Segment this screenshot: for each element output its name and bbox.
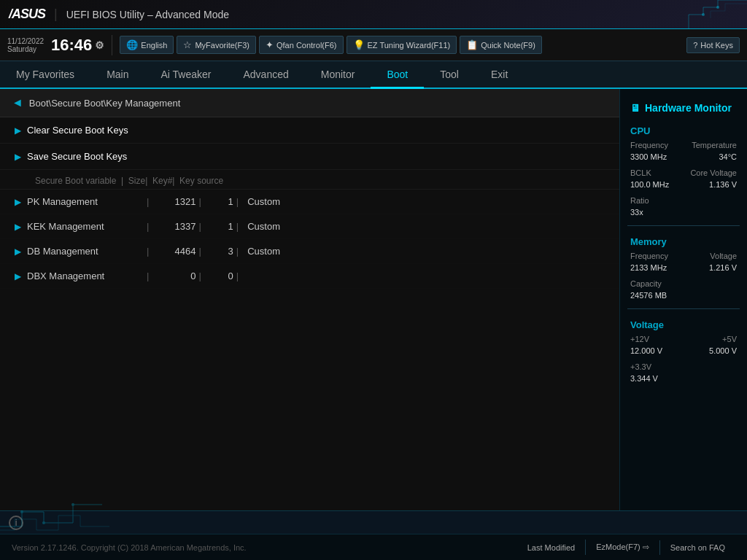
nav-main[interactable]: Main bbox=[90, 61, 144, 89]
db-keynum: 3 bbox=[204, 246, 233, 257]
time-display: 16:46 ⚙ bbox=[51, 37, 104, 53]
separator bbox=[112, 35, 112, 55]
v33-value-row: 3.344 V bbox=[620, 373, 747, 384]
hot-keys-button[interactable]: ? Hot Keys bbox=[686, 37, 740, 53]
capacity-label: Capacity bbox=[630, 279, 662, 288]
settings-icon[interactable]: ⚙ bbox=[95, 40, 104, 50]
nav-boot[interactable]: Boot bbox=[371, 61, 424, 89]
nav-advanced[interactable]: Advanced bbox=[227, 61, 304, 89]
pk-name: PK Management bbox=[27, 196, 144, 207]
pk-source: Custom bbox=[247, 196, 306, 207]
note-icon: 📋 bbox=[466, 39, 478, 50]
wand-icon: 💡 bbox=[353, 39, 365, 50]
voltage-section: Voltage +12V +5V 12.000 V 5.000 V +3.3V … bbox=[620, 315, 747, 384]
search-faq-btn[interactable]: Search on FAQ bbox=[659, 540, 735, 555]
info-icon[interactable]: i bbox=[9, 516, 23, 530]
expand-icon: ▶ bbox=[15, 197, 21, 207]
clear-secure-boot-keys[interactable]: ▶ Clear Secure Boot Keys bbox=[0, 117, 619, 144]
ratio-label: Ratio bbox=[630, 196, 649, 205]
core-voltage-value: 1.136 V bbox=[709, 180, 737, 189]
datetime: 11/12/2022 Saturday bbox=[7, 37, 44, 53]
memory-capacity-row: Capacity bbox=[620, 278, 747, 289]
db-name: DB Management bbox=[27, 246, 144, 257]
cpu-temp-label: Temperature bbox=[692, 141, 737, 149]
db-size: 4464 bbox=[152, 246, 196, 257]
divider bbox=[627, 225, 740, 226]
nav-tool[interactable]: Tool bbox=[424, 61, 475, 89]
kek-source: Custom bbox=[247, 221, 306, 232]
dbx-size: 0 bbox=[152, 271, 196, 281]
memory-section: Memory Frequency Voltage 2133 MHz 1.216 … bbox=[620, 232, 747, 301]
nav-my-favorites[interactable]: My Favorites bbox=[0, 61, 90, 89]
nav-ai-tweaker[interactable]: Ai Tweaker bbox=[144, 61, 227, 89]
mem-voltage-label: Voltage bbox=[710, 252, 737, 260]
back-arrow[interactable]: ◄ bbox=[12, 96, 23, 109]
toolbar: 11/12/2022 Saturday 16:46 ⚙ 🌐 English ☆ … bbox=[0, 29, 747, 61]
breadcrumb: ◄ Boot\Secure Boot\Key Management bbox=[0, 89, 619, 117]
core-voltage-label: Core Voltage bbox=[690, 168, 737, 177]
memory-freq-row: Frequency Voltage bbox=[620, 250, 747, 262]
myfavorite-button[interactable]: ☆ MyFavorite(F3) bbox=[177, 36, 256, 54]
kek-management-row[interactable]: ▶ KEK Management | 1337 | 1 | Custom bbox=[0, 214, 619, 239]
language-button[interactable]: 🌐 English bbox=[120, 36, 174, 54]
cpu-frequency-values: 3300 MHz 34°C bbox=[620, 151, 747, 163]
globe-icon: 🌐 bbox=[126, 39, 138, 50]
asus-logo: /ASUS bbox=[9, 7, 45, 22]
v12-values: 12.000 V 5.000 V bbox=[620, 345, 747, 357]
footer: Version 2.17.1246. Copyright (C) 2018 Am… bbox=[0, 534, 747, 560]
question-icon: ? bbox=[693, 41, 697, 50]
monitor-icon: 🖥 bbox=[630, 102, 640, 114]
nav-exit[interactable]: Exit bbox=[475, 61, 524, 89]
dbx-management-row[interactable]: ▶ DBX Management | 0 | 0 | bbox=[0, 264, 619, 289]
last-modified-btn[interactable]: Last Modified bbox=[517, 540, 585, 555]
svg-point-1 bbox=[702, 13, 705, 16]
v12-row: +12V +5V bbox=[620, 333, 747, 345]
expand-icon: ▶ bbox=[15, 246, 21, 257]
fan-icon: ✦ bbox=[266, 39, 274, 50]
db-management-row[interactable]: ▶ DB Management | 4464 | 3 | Custom bbox=[0, 239, 619, 264]
dbx-keynum: 0 bbox=[204, 271, 233, 281]
kek-size: 1337 bbox=[152, 221, 196, 232]
cpu-freq-label: Frequency bbox=[630, 141, 668, 149]
bclk-value: 100.0 MHz bbox=[630, 180, 669, 189]
header: /ASUS | UEFI BIOS Utility – Advanced Mod… bbox=[0, 0, 747, 29]
cpu-frequency-row: Frequency Temperature bbox=[620, 139, 747, 151]
memory-freq-values: 2133 MHz 1.216 V bbox=[620, 262, 747, 273]
sidebar-title: 🖥 Hardware Monitor bbox=[620, 96, 747, 121]
breadcrumb-path: Boot\Secure Boot\Key Management bbox=[29, 98, 180, 109]
footer-actions: Last Modified EzMode(F7) ⇨ Search on FAQ bbox=[517, 540, 735, 555]
memory-section-title: Memory bbox=[620, 232, 747, 250]
nav-monitor[interactable]: Monitor bbox=[305, 61, 371, 89]
divider bbox=[627, 308, 740, 309]
v5-value: 5.000 V bbox=[709, 346, 737, 355]
ez-tuning-button[interactable]: 💡 EZ Tuning Wizard(F11) bbox=[347, 36, 457, 54]
cpu-temp-value: 34°C bbox=[719, 152, 737, 161]
hardware-monitor-sidebar: 🖥 Hardware Monitor CPU Frequency Tempera… bbox=[619, 89, 747, 510]
v12-value: 12.000 V bbox=[630, 346, 662, 355]
qfan-button[interactable]: ✦ Qfan Control(F6) bbox=[259, 36, 344, 54]
expand-icon: ▶ bbox=[15, 222, 21, 232]
expand-icon: ▶ bbox=[15, 152, 21, 162]
nav-bar: My Favorites Main Ai Tweaker Advanced Mo… bbox=[0, 61, 747, 89]
v12-label: +12V bbox=[630, 335, 649, 343]
db-source: Custom bbox=[247, 246, 306, 257]
memory-capacity-value-row: 24576 MB bbox=[620, 289, 747, 301]
quick-note-button[interactable]: 📋 Quick Note(F9) bbox=[460, 36, 542, 54]
mem-voltage-value: 1.216 V bbox=[709, 263, 737, 272]
kek-name: KEK Management bbox=[27, 221, 144, 232]
cpu-ratio-row: Ratio bbox=[620, 195, 747, 206]
cpu-ratio-value-row: 33x bbox=[620, 206, 747, 218]
ez-mode-btn[interactable]: EzMode(F7) ⇨ bbox=[585, 540, 659, 555]
capacity-value: 24576 MB bbox=[630, 291, 667, 300]
mem-freq-value: 2133 MHz bbox=[630, 263, 667, 272]
v33-row: +3.3V bbox=[620, 361, 747, 373]
voltage-section-title: Voltage bbox=[620, 315, 747, 333]
pk-keynum: 1 bbox=[204, 196, 233, 207]
pk-management-row[interactable]: ▶ PK Management | 1321 | 1 | Custom bbox=[0, 190, 619, 214]
ratio-value: 33x bbox=[630, 208, 643, 217]
v33-label: +3.3V bbox=[630, 362, 651, 371]
save-secure-boot-keys[interactable]: ▶ Save Secure Boot Keys bbox=[0, 144, 619, 170]
cpu-freq-value: 3300 MHz bbox=[630, 152, 667, 161]
cpu-section-title: CPU bbox=[620, 121, 747, 139]
v33-value: 3.344 V bbox=[630, 374, 658, 383]
